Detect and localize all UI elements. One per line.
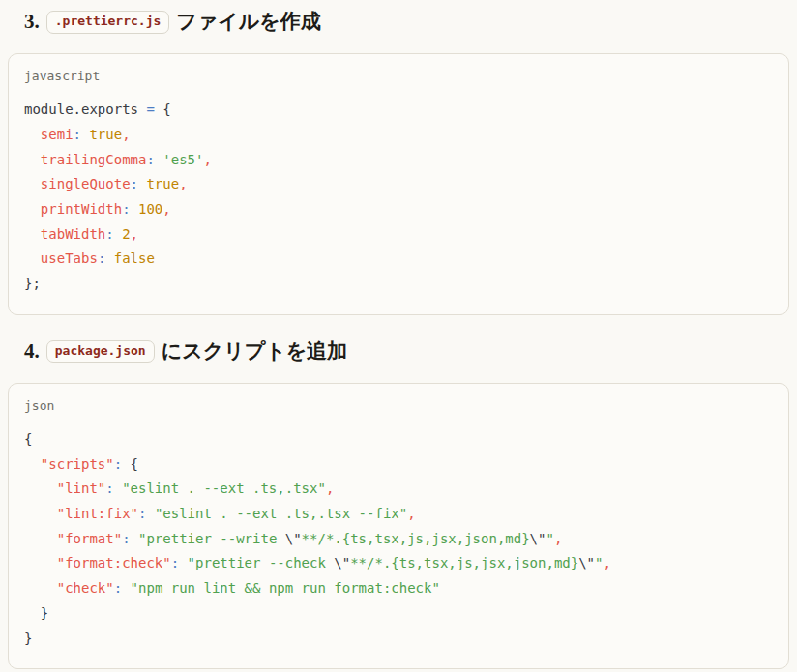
code-line: trailingComma: 'es5', <box>24 148 773 173</box>
code-token: true <box>89 127 122 142</box>
code-token: "eslint . --ext .ts,.tsx" <box>122 481 326 496</box>
code-token: : <box>171 555 188 570</box>
code-token: "scripts" <box>41 456 114 472</box>
code-token: : <box>114 456 131 472</box>
code-token <box>24 250 41 266</box>
section-package-json: 4. package.json にスクリプトを追加 json { "script… <box>8 339 789 669</box>
code-language-label: javascript <box>24 68 773 85</box>
code-content: module.exports = { semi: true, trailingC… <box>24 98 773 297</box>
code-token: semi <box>41 127 74 142</box>
code-token: module.exports <box>24 102 146 117</box>
code-token: "check" <box>57 580 114 596</box>
code-line: } <box>24 601 773 627</box>
heading-number: 3. <box>24 10 40 33</box>
code-token: \" <box>334 555 350 570</box>
code-token: true <box>146 176 179 191</box>
code-block-javascript: javascript module.exports = { semi: true… <box>8 53 789 315</box>
code-token: 'es5' <box>162 152 203 167</box>
code-token: "npm run lint && npm run format:check" <box>131 580 440 596</box>
code-token <box>24 456 41 472</box>
inline-code-pill: package.json <box>46 340 155 363</box>
code-token: : <box>105 481 122 496</box>
heading-text: ファイルを作成 <box>176 10 320 33</box>
code-token: , <box>203 152 211 167</box>
code-token: : <box>131 176 147 191</box>
code-token <box>24 580 57 596</box>
code-line: "lint:fix": "eslint . --ext .ts,.tsx --f… <box>24 502 773 527</box>
code-token <box>24 531 57 546</box>
code-token: : <box>122 531 138 546</box>
code-token <box>24 201 41 217</box>
code-token: { <box>24 431 32 447</box>
section-prettierrc: 3. .prettierrc.js ファイルを作成 javascript mod… <box>8 10 789 315</box>
document: 3. .prettierrc.js ファイルを作成 javascript mod… <box>8 10 789 669</box>
code-line: { <box>24 427 773 453</box>
heading-number: 4. <box>24 339 40 363</box>
code-token: printWidth <box>41 201 122 217</box>
code-token: : <box>122 201 138 217</box>
code-token: , <box>326 481 334 496</box>
code-token <box>24 152 41 167</box>
code-token: \" <box>530 531 546 546</box>
section-heading: 4. package.json にスクリプトを追加 <box>24 339 789 363</box>
code-token: "format" <box>57 531 122 546</box>
section-heading: 3. .prettierrc.js ファイルを作成 <box>24 10 789 33</box>
code-line: module.exports = { <box>24 98 773 123</box>
code-token: , <box>162 201 170 217</box>
code-line: useTabs: false <box>24 247 773 272</box>
code-token: \" <box>578 555 595 570</box>
code-token: "lint:fix" <box>57 506 138 521</box>
code-line: "check": "npm run lint && npm run format… <box>24 576 773 601</box>
code-token: 100 <box>138 201 162 217</box>
code-line: } <box>24 627 773 652</box>
code-token: : <box>138 506 155 521</box>
code-token <box>24 555 57 570</box>
code-token <box>24 176 41 191</box>
code-token: false <box>114 250 155 266</box>
code-line: singleQuote: true, <box>24 172 773 197</box>
code-block-json: json { "scripts": { "lint": "eslint . --… <box>8 383 789 669</box>
code-token: , <box>122 127 130 142</box>
code-token: : <box>105 226 122 242</box>
code-token: "lint" <box>57 481 106 496</box>
code-token: \" <box>285 531 302 546</box>
code-token: " <box>546 531 553 546</box>
code-token: , <box>603 555 610 570</box>
code-content: { "scripts": { "lint": "eslint . --ext .… <box>24 427 773 651</box>
code-token: 2 <box>122 226 130 242</box>
code-language-label: json <box>24 397 773 415</box>
code-token: : <box>114 580 131 596</box>
code-token: : <box>74 127 90 142</box>
code-token: "prettier --write <box>138 531 285 546</box>
code-token <box>24 127 41 142</box>
code-token: } <box>24 630 32 646</box>
code-token: trailingComma <box>41 152 147 167</box>
code-token <box>24 481 57 496</box>
code-token <box>24 506 57 521</box>
code-token: , <box>407 506 415 521</box>
code-line: "lint": "eslint . --ext .ts,.tsx", <box>24 477 773 502</box>
code-token: , <box>554 531 562 546</box>
code-token: "format:check" <box>57 555 171 570</box>
code-token: singleQuote <box>41 176 131 191</box>
code-token: { <box>155 102 171 117</box>
code-line: "scripts": { <box>24 453 773 478</box>
inline-code-pill: .prettierrc.js <box>46 11 170 33</box>
code-line: }; <box>24 272 773 297</box>
code-token: useTabs <box>41 250 98 266</box>
code-line: tabWidth: 2, <box>24 222 773 248</box>
code-token: : <box>98 250 114 266</box>
code-token: , <box>179 176 187 191</box>
code-token: : <box>146 152 162 167</box>
code-token: **/*.{ts,tsx,js,jsx,json,md} <box>302 531 530 546</box>
code-token: tabWidth <box>41 226 105 242</box>
code-token: }; <box>24 276 41 291</box>
code-token: "eslint . --ext .ts,.tsx --fix" <box>155 506 407 521</box>
code-line: printWidth: 100, <box>24 197 773 222</box>
code-token: "prettier --check <box>188 555 335 570</box>
code-token: { <box>131 456 138 472</box>
code-token: = <box>146 102 154 117</box>
code-token: , <box>131 226 138 242</box>
code-line: "format": "prettier --write \"**/*.{ts,t… <box>24 527 773 552</box>
code-token: **/*.{ts,tsx,js,jsx,json,md} <box>350 555 578 570</box>
